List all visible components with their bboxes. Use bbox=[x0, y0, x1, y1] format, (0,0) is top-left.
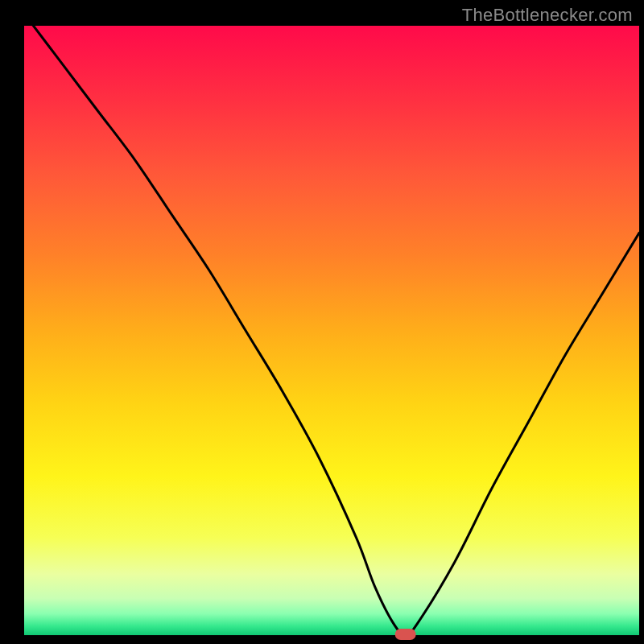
bottleneck-chart bbox=[0, 0, 644, 644]
chart-frame: TheBottlenecker.com bbox=[0, 0, 644, 644]
gradient-background bbox=[24, 26, 639, 635]
minimum-marker bbox=[395, 629, 416, 640]
